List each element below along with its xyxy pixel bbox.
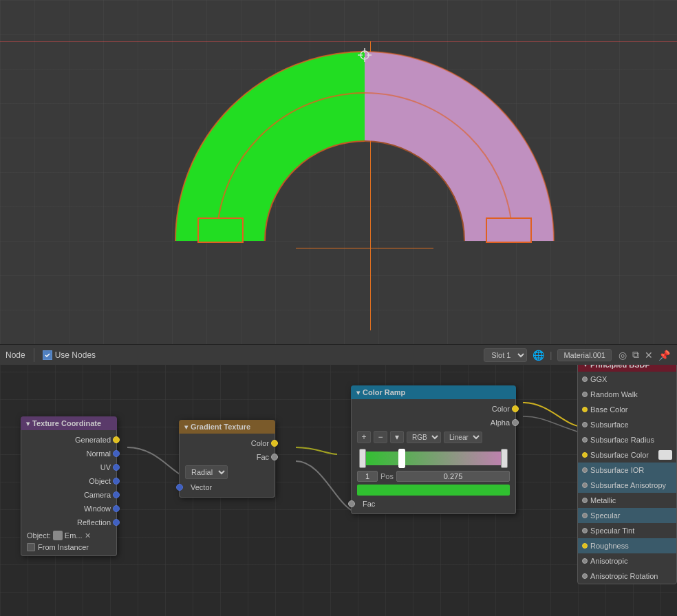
- ramp-color-preview[interactable]: [357, 485, 510, 496]
- toolbar-icons: ◎ ⧉ ✕ 📌: [617, 348, 671, 362]
- ramp-stop-0[interactable]: [359, 449, 366, 468]
- bsdf-anisotropic-rotation: Anisotropic Rotation: [578, 569, 676, 584]
- pos-label: Pos: [380, 472, 394, 480]
- bsdf-random-walk-label: Random Walk: [590, 390, 672, 399]
- use-nodes-toggle[interactable]: Use Nodes: [43, 350, 96, 360]
- bsdf-roughness: Roughness: [578, 538, 676, 553]
- node-gradient-body: Color Fac Radial Vector: [179, 434, 275, 498]
- bsdf-socket-anisotropic[interactable]: [582, 558, 588, 564]
- socket-grad-fac[interactable]: [271, 454, 278, 460]
- ramp-stop-2[interactable]: [501, 449, 508, 468]
- ramp-menu-btn[interactable]: ▾: [390, 431, 404, 443]
- bsdf-subsurface-label: Subsurface: [590, 421, 672, 429]
- bsdf-socket-aniso-rot[interactable]: [582, 573, 588, 579]
- collapse-arrow[interactable]: ▾: [26, 420, 30, 427]
- ramp-remove-stop[interactable]: −: [374, 431, 387, 443]
- arch-shape: [165, 38, 564, 258]
- socket-grad-vector[interactable]: [176, 484, 183, 491]
- bsdf-anisotropic-label: Anisotropic: [590, 557, 672, 565]
- bsdf-socket-dist: [582, 376, 588, 382]
- socket-ramp-color[interactable]: [512, 405, 519, 412]
- ramp-alpha-output: Alpha: [352, 416, 515, 429]
- socket-ramp-alpha[interactable]: [512, 419, 519, 426]
- node-texcoord-title: Texture Coordinate: [32, 419, 101, 427]
- node-colorramp-header[interactable]: ▾ Color Ramp: [351, 385, 516, 399]
- bsdf-anisotropic: Anisotropic: [578, 553, 676, 569]
- ramp-controls: + − ▾ RGB Linear: [352, 429, 515, 445]
- node-texcoord-header[interactable]: ▾ Texture Coordinate: [21, 416, 117, 430]
- bsdf-specular-tint: Specular Tint: [578, 523, 676, 538]
- bsdf-subsurface-method: Random Walk: [578, 387, 676, 402]
- node-texcoord-body: Generated Normal UV Object Camera Window: [21, 430, 117, 556]
- node-gradient-header[interactable]: ▾ Gradient Texture: [179, 420, 275, 434]
- socket-window[interactable]: [113, 505, 120, 512]
- ss-color-swatch[interactable]: [658, 450, 672, 460]
- cursor: [358, 48, 372, 62]
- node-editor[interactable]: ▾ Texture Coordinate Generated Normal UV…: [0, 344, 677, 616]
- bsdf-roughness-label: Roughness: [590, 542, 672, 550]
- gradient-type-select[interactable]: Radial: [185, 465, 228, 479]
- toolbar-sep-1: [34, 348, 34, 362]
- svg-rect-2: [198, 218, 243, 242]
- ramp-pos-row: Pos: [352, 469, 515, 483]
- socket-grad-color[interactable]: [271, 440, 278, 447]
- bsdf-specular: Specular: [578, 508, 676, 523]
- bsdf-metallic: Metallic: [578, 493, 676, 508]
- pin-icon[interactable]: 📌: [657, 348, 671, 362]
- slot-select[interactable]: Slot 1: [484, 348, 527, 362]
- bsdf-socket-ss-aniso[interactable]: [582, 482, 588, 488]
- color-space-select[interactable]: RGB: [407, 432, 441, 443]
- texcoord-reflection: Reflection: [21, 516, 116, 529]
- collapse-arrow-gradient[interactable]: ▾: [184, 423, 188, 431]
- bsdf-socket-metallic[interactable]: [582, 498, 588, 503]
- bsdf-socket-specular[interactable]: [582, 513, 588, 518]
- object-clear-btn[interactable]: ✕: [85, 531, 91, 540]
- shield-icon[interactable]: ◎: [617, 348, 628, 362]
- svg-rect-3: [486, 218, 531, 242]
- bsdf-aniso-rot-label: Anisotropic Rotation: [590, 572, 672, 580]
- texcoord-generated: Generated: [21, 433, 116, 447]
- bsdf-subsurface-aniso: Subsurface Anisotropy: [578, 478, 676, 493]
- bsdf-subsurface-ior: Subsurface IOR: [578, 463, 676, 478]
- collapse-arrow-ramp[interactable]: ▾: [356, 389, 360, 396]
- texcoord-window: Window: [21, 502, 116, 516]
- socket-ramp-fac[interactable]: [348, 500, 355, 507]
- ramp-gradient-bar[interactable]: [363, 452, 504, 465]
- bsdf-base-color: Base Color: [578, 402, 676, 417]
- delete-icon[interactable]: ✕: [643, 348, 654, 362]
- socket-camera[interactable]: [113, 491, 120, 498]
- ramp-color-output: Color: [352, 402, 515, 416]
- socket-normal[interactable]: [113, 450, 120, 457]
- from-instancer-checkbox[interactable]: [27, 543, 35, 551]
- use-nodes-checkbox[interactable]: [43, 350, 52, 360]
- ramp-add-stop[interactable]: +: [357, 431, 371, 443]
- gradient-color: Color: [180, 436, 275, 450]
- socket-uv[interactable]: [113, 464, 120, 471]
- use-nodes-label: Use Nodes: [55, 350, 96, 360]
- separator-dot: |: [550, 350, 552, 360]
- bsdf-socket-roughness[interactable]: [582, 543, 588, 549]
- gradient-vector-input: Vector: [180, 480, 275, 494]
- texcoord-object: Object: [21, 474, 116, 488]
- bsdf-socket-subsurface[interactable]: [582, 422, 588, 427]
- node-gradient: ▾ Gradient Texture Color Fac Radial Vect…: [179, 420, 275, 498]
- socket-generated[interactable]: [113, 436, 120, 443]
- bsdf-socket-spec-tint[interactable]: [582, 528, 588, 533]
- object-icon: [53, 531, 63, 540]
- bsdf-socket-ss-ior[interactable]: [582, 467, 588, 473]
- ramp-pos-input[interactable]: [396, 471, 510, 482]
- socket-reflection[interactable]: [113, 519, 120, 526]
- bsdf-subsurface-color: Subsurface Color: [578, 447, 676, 463]
- material-name-field[interactable]: Material.001: [557, 349, 612, 361]
- ramp-index-input[interactable]: [357, 471, 378, 482]
- copy-icon[interactable]: ⧉: [631, 348, 641, 362]
- interpolation-select[interactable]: Linear: [444, 432, 482, 443]
- ramp-stop-1[interactable]: [398, 449, 405, 468]
- bsdf-ss-aniso-label: Subsurface Anisotropy: [590, 481, 672, 489]
- node-colorramp-title: Color Ramp: [363, 388, 405, 396]
- bsdf-socket-ss-color[interactable]: [582, 452, 588, 458]
- node-texcoord: ▾ Texture Coordinate Generated Normal UV…: [21, 416, 117, 556]
- bsdf-socket-base[interactable]: [582, 407, 588, 412]
- socket-object[interactable]: [113, 478, 120, 485]
- bsdf-socket-ss-radius[interactable]: [582, 437, 588, 443]
